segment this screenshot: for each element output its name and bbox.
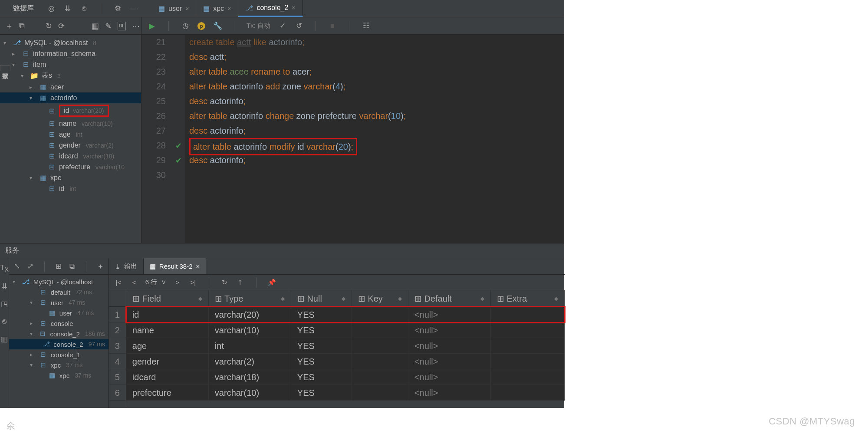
close-icon[interactable]: × [185, 5, 189, 12]
commit-icon[interactable]: ✓ [278, 22, 287, 30]
first-icon[interactable]: |< [114, 278, 123, 287]
table-row[interactable]: gendervarchar(2)YES<null> [126, 354, 565, 369]
tree-node[interactable]: ▸⊟console [9, 318, 108, 329]
tree-node[interactable]: ⊞name varchar(10) [0, 118, 141, 129]
db-tree[interactable]: ▾⎇MySQL - @localhost 8▸⊟information_sche… [0, 35, 141, 243]
table-row[interactable]: namevarchar(10)YES<null> [126, 322, 565, 338]
table-row[interactable]: ageintYES<null> [126, 338, 565, 354]
tree-node[interactable]: ▾⊟user 47 ms [9, 297, 108, 308]
tree-node[interactable]: ▦user 47 ms [9, 308, 108, 318]
tree-node[interactable]: ⊞age int [0, 129, 141, 140]
result-table[interactable]: 123456 ⊞ Field◆⊞ Type◆⊞ Null◆⊞ Key◆⊞ Def… [109, 290, 565, 408]
services-tree[interactable]: ▾⎇MySQL - @localhost⊟default 72 ms▾⊟user… [9, 275, 108, 408]
tree-node[interactable]: ▸⊟information_schema [0, 48, 141, 59]
tree-node-id-highlighted[interactable]: ⊞id varchar(20) [0, 103, 141, 118]
prev-icon[interactable]: < [130, 278, 138, 287]
tree-node[interactable]: ▾▦actorinfo [0, 92, 141, 103]
more-icon[interactable]: ⋯ [132, 22, 140, 30]
tree-node[interactable]: ▾⊟console_2 186 ms [9, 329, 108, 339]
tree-node[interactable]: ▾⊟item [0, 59, 141, 70]
edit-icon[interactable]: ✎ [105, 22, 112, 30]
rollback-icon[interactable]: ↺ [295, 22, 303, 30]
table-header[interactable]: ⊞ Field◆⊞ Type◆⊞ Null◆⊞ Key◆⊞ Default◆⊞ … [126, 290, 565, 307]
close-icon[interactable]: × [292, 4, 295, 11]
filter-icon[interactable]: ⎋ [80, 4, 89, 13]
tab-output[interactable]: ⤓ 输出 [109, 258, 144, 274]
table-row[interactable]: idvarchar(20)YES<null> [126, 307, 565, 322]
minimize-icon[interactable]: — [130, 4, 138, 13]
side-tab-database[interactable]: 数据库 [0, 65, 10, 71]
panel-icon[interactable]: ▥ [1, 335, 8, 344]
close-icon[interactable]: × [227, 5, 231, 12]
tree-node[interactable]: ⊞idcard varchar(18) [0, 151, 141, 161]
target-icon[interactable]: ◎ [47, 4, 56, 13]
tree-node[interactable]: ▾⎇MySQL - @localhost [9, 276, 108, 287]
expand-icon[interactable]: ⤡ [13, 262, 21, 271]
code-editor[interactable]: 21222324252627282930 ✔✔ create table act… [141, 35, 564, 243]
tree-node[interactable]: ⊞prefecture varchar(10 [0, 161, 141, 172]
code-line-23[interactable]: alter table acee rename to acer; [189, 64, 564, 79]
code-line-30[interactable] [189, 168, 564, 182]
reload-icon[interactable]: ↻ [220, 278, 229, 287]
tab-user[interactable]: ▦user× [151, 0, 196, 17]
refresh-icon[interactable]: ↻ [46, 22, 52, 30]
filter2-icon[interactable]: ⎋ [2, 317, 7, 326]
code-line-21[interactable]: create table actt like actorinfo; [189, 35, 564, 49]
submit-icon[interactable]: ⤒ [236, 278, 245, 287]
grid-icon[interactable]: ⊞ [55, 262, 62, 271]
tree-node[interactable]: ⊞gender varchar(2) [0, 140, 141, 151]
sync-icon[interactable]: ⟳ [58, 22, 65, 30]
settings-icon[interactable]: ◳ [1, 299, 8, 309]
close-icon[interactable]: × [196, 263, 200, 270]
tree-node[interactable]: ⎇console_2 97 ms [9, 339, 108, 349]
col-null[interactable]: ⊞ Null◆ [291, 290, 352, 306]
tree-node[interactable]: ▸▦acer [0, 82, 141, 92]
bookmark-icon[interactable]: ⧉ [68, 262, 76, 271]
tree-node[interactable]: ⊟default 72 ms [9, 287, 108, 297]
collapse-icon[interactable]: ⇊ [1, 282, 7, 291]
layout-icon[interactable]: ☷ [362, 22, 370, 30]
tree-node[interactable]: ▾▦xpc [0, 172, 141, 183]
tx-label[interactable]: Tx: 自动 [247, 22, 270, 30]
copy-icon[interactable]: ⧉ [19, 22, 25, 30]
col-key[interactable]: ⊞ Key◆ [352, 290, 408, 306]
col-type[interactable]: ⊞ Type◆ [209, 290, 291, 306]
history-icon[interactable]: ◷ [181, 22, 190, 30]
next-icon[interactable]: > [173, 278, 182, 287]
ddl-icon[interactable]: DL [118, 22, 126, 30]
services-pane: 服务 TX ⇊ ◳ ⎋ ▥ ⤡ ⤢ ⊞ ⧉ ＋ ▾⎇MySQL - @l [0, 243, 564, 408]
pin-icon[interactable]: 📌 [268, 278, 276, 287]
tree-node[interactable]: ▦xpc 37 ms [9, 370, 108, 381]
code-line-26[interactable]: alter table actorinfo change zone prefec… [189, 108, 564, 123]
plan-icon[interactable]: p [197, 22, 205, 30]
tree-node[interactable]: ▾📁表s 3 [0, 70, 141, 82]
tab-xpc[interactable]: ▦xpc× [196, 0, 238, 17]
code-line-25[interactable]: desc actorinfo; [189, 94, 564, 108]
tree-node[interactable]: ▾⊟xpc 37 ms [9, 360, 108, 370]
gear-icon[interactable]: ⚙ [113, 4, 122, 13]
code-line-24[interactable]: alter table actorinfo add zone varchar(4… [189, 79, 564, 94]
code-line-29[interactable]: desc actorinfo; [189, 153, 564, 168]
col-default[interactable]: ⊞ Default◆ [408, 290, 491, 306]
code-line-27[interactable]: desc actorinfo; [189, 123, 564, 138]
collapse-icon[interactable]: ⇊ [63, 4, 72, 13]
add2-icon[interactable]: ＋ [97, 262, 104, 271]
table-row[interactable]: idcardvarchar(18)YES<null> [126, 369, 565, 385]
code-line-28[interactable]: alter table actorinfo modify id varchar(… [189, 138, 564, 153]
code-line-22[interactable]: desc actt; [189, 49, 564, 64]
col-field[interactable]: ⊞ Field◆ [126, 290, 209, 306]
add-icon[interactable]: ＋ [5, 22, 13, 30]
table-row[interactable]: prefecturevarchar(10)YES<null> [126, 385, 565, 401]
collapse2-icon[interactable]: ⤢ [26, 262, 34, 271]
tab-result[interactable]: ▦ Result 38-2 × [144, 258, 206, 274]
col-extra[interactable]: ⊞ Extra◆ [491, 290, 565, 306]
tree-node[interactable]: ⊞id int [0, 183, 141, 194]
tab-console_2[interactable]: ⎇console_2× [238, 0, 302, 17]
tree-node[interactable]: ▾⎇MySQL - @localhost 8 [0, 37, 141, 48]
tree-node[interactable]: ▸⊟console_1 [9, 349, 108, 360]
wrench-icon[interactable]: 🔧 [213, 22, 222, 30]
table-icon[interactable]: ▦ [92, 22, 99, 30]
run-icon[interactable]: ▶ [148, 22, 156, 30]
last-icon[interactable]: >| [189, 278, 197, 287]
tx-icon[interactable]: TX [0, 263, 9, 273]
